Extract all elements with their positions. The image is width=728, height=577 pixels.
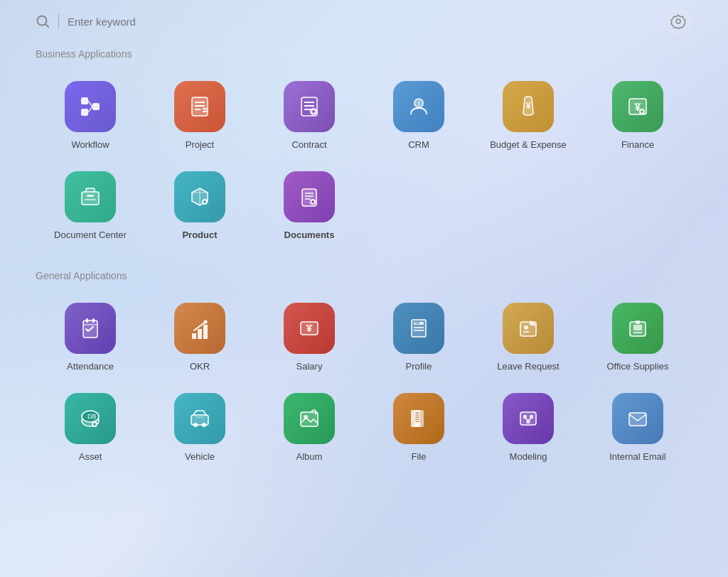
svg-rect-87 [191,415,208,425]
okr-label: OKR [190,361,210,373]
app-item-album[interactable]: Album [255,386,364,470]
file-label: File [412,451,427,463]
docenter-label: Document Center [54,230,127,242]
search-icon [36,14,50,28]
app-item-email[interactable]: Internal Email [583,386,692,470]
documents-label: Documents [284,230,335,242]
general-app-grid: Attendance OKR ¥ [36,296,692,470]
app-item-budget[interactable]: ¥ Budget & Expense [473,74,583,158]
album-label: Album [296,451,323,463]
app-item-okr[interactable]: OKR [145,296,255,380]
svg-rect-105 [523,415,527,419]
file-icon [393,393,444,444]
budget-label: Budget & Expense [490,139,567,151]
svg-rect-6 [92,103,100,110]
business-app-grid: Workflow Project [36,74,692,249]
svg-rect-79 [636,320,640,324]
app-item-supplies[interactable]: Office Supplies [583,296,692,380]
svg-point-89 [193,423,198,427]
leave-icon [503,303,554,354]
documents-icon [284,171,335,222]
workflow-label: Workflow [71,139,109,151]
crm-label: CRM [408,139,429,151]
svg-text:¥: ¥ [306,323,312,334]
app-item-vehicle[interactable]: Vehicle [145,386,255,470]
app-item-asset[interactable]: DB Asset [36,386,145,470]
asset-icon: DB [65,393,116,444]
svg-rect-107 [527,420,530,424]
app-item-product[interactable]: Product [145,164,255,249]
asset-label: Asset [79,451,102,463]
contract-label: Contract [291,139,326,151]
svg-rect-110 [629,413,646,426]
general-section-title: General Applications [36,270,692,281]
svg-rect-55 [92,318,95,323]
svg-text:¥: ¥ [526,101,531,111]
project-label: Project [186,139,214,151]
settings-button[interactable] [664,7,692,36]
search-bar [36,14,692,28]
svg-rect-38 [85,199,96,200]
svg-rect-9 [192,97,208,116]
svg-point-73 [524,325,528,330]
product-icon [174,171,225,222]
svg-line-7 [88,101,92,107]
workflow-icon [65,81,116,132]
vehicle-label: Vehicle [185,451,215,463]
modeling-icon [503,393,554,444]
svg-point-90 [202,423,206,427]
search-divider [58,14,59,28]
svg-rect-54 [86,318,88,323]
svg-rect-77 [633,325,642,330]
app-item-workflow[interactable]: Workflow [36,74,145,158]
salary-label: Salary [296,361,323,373]
vehicle-icon [174,393,225,444]
app-item-documents[interactable]: Documents [255,164,364,249]
profile-icon: HR [393,303,444,354]
profile-label: Profile [406,361,432,373]
okr-icon [174,303,225,354]
svg-point-3 [676,19,680,23]
app-item-docenter[interactable]: Document Center [36,164,145,249]
svg-rect-5 [81,109,88,116]
svg-text:DB: DB [87,413,97,420]
salary-icon: ¥ [284,303,335,354]
svg-marker-2 [671,15,685,29]
product-label: Product [182,230,217,242]
svg-point-60 [204,320,208,323]
search-wrapper [36,14,692,28]
svg-rect-4 [81,97,88,104]
svg-line-1 [46,24,48,27]
budget-icon: ¥ [503,81,554,132]
app-item-leave[interactable]: Leave Request [473,296,583,380]
svg-text:HR: HR [415,320,419,324]
supplies-label: Office Supplies [606,361,668,373]
supplies-icon [612,303,663,354]
app-item-finance[interactable]: ¥ Finance [583,74,692,158]
app-item-attendance[interactable]: Attendance [36,296,145,380]
svg-line-8 [88,107,92,112]
app-item-salary[interactable]: ¥ Salary [255,296,364,380]
app-item-crm[interactable]: CRM [364,74,473,158]
modeling-label: Modeling [510,451,547,463]
leave-label: Leave Request [497,361,559,373]
app-item-contract[interactable]: Contract [255,74,364,158]
svg-rect-59 [203,325,208,339]
attendance-icon [65,303,116,354]
attendance-label: Attendance [67,361,114,373]
svg-rect-106 [530,415,533,419]
app-item-project[interactable]: Project [145,74,255,158]
email-label: Internal Email [609,451,665,463]
crm-icon [393,81,444,132]
app-item-profile[interactable]: HR Profile [364,296,473,380]
finance-icon: ¥ [612,81,663,132]
svg-rect-37 [87,195,94,197]
finance-label: Finance [621,139,654,151]
search-input[interactable] [68,16,281,28]
app-item-file[interactable]: File [364,386,473,470]
settings-icon [670,14,686,29]
email-icon [612,393,663,444]
project-icon [174,81,225,132]
svg-rect-57 [192,333,196,339]
app-item-modeling[interactable]: Modeling [473,386,583,470]
